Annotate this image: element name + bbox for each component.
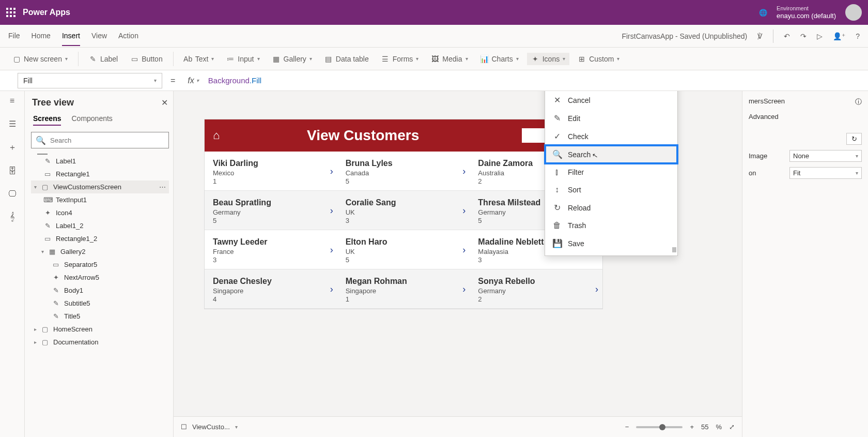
insert-icon[interactable]: ＋ (8, 142, 17, 153)
undo-icon[interactable]: ↶ (784, 32, 790, 40)
property-selector[interactable]: Fill ▾ (18, 73, 162, 88)
insert-text-button[interactable]: Ab Text ▾ (180, 53, 219, 65)
tab-components[interactable]: Components (71, 114, 112, 126)
insert-forms-button[interactable]: ☰ Forms ▾ (377, 53, 423, 65)
environment-picker[interactable]: Environment enayu.com (default) (777, 5, 836, 20)
zoom-slider[interactable] (636, 426, 683, 428)
chevron-right-icon[interactable]: › (462, 205, 466, 216)
dd-item-filter[interactable]: ⫿Filter (545, 163, 677, 181)
dd-item-check[interactable]: ✓Check (545, 127, 677, 145)
tree-item-icon4[interactable]: ✦Icon4 (31, 206, 169, 219)
help-icon[interactable]: ? (856, 32, 860, 40)
insert-datatable-button[interactable]: ▤ Data table (320, 53, 373, 65)
dd-item-cancel[interactable]: ✕Cancel (545, 91, 677, 109)
gallery-cell[interactable]: Elton HaroUK5› (337, 230, 470, 269)
tree-item-nextarrow5[interactable]: ✦NextArrow5 (31, 271, 169, 284)
tree-item-separator5[interactable]: ▭Separator5 (31, 258, 169, 271)
chevron-down-icon[interactable]: ▾ (235, 424, 238, 430)
gallery-cell[interactable]: Denae ChesleySingapore4› (205, 269, 337, 308)
chevron-down-icon[interactable]: ▾ (34, 184, 37, 190)
gallery-cell[interactable]: Tawny LeederFrance3› (205, 230, 337, 269)
hamburger-icon[interactable]: ≡ (10, 96, 14, 106)
gallery-cell[interactable]: Sonya RebelloGermany2› (470, 269, 602, 308)
formula-input[interactable]: Background.Fill (208, 76, 261, 85)
prop-position-select[interactable]: Fit▾ (789, 167, 862, 179)
chevron-right-icon[interactable]: › (330, 205, 333, 216)
insert-icons-button[interactable]: ✦ Icons ▾ (527, 53, 569, 65)
tree-item-rectangle1-2[interactable]: ▭Rectangle1_2 (31, 232, 169, 245)
chevron-right-icon[interactable]: ▸ (34, 326, 37, 332)
chevron-right-icon[interactable]: › (595, 283, 598, 294)
redo-icon[interactable]: ↷ (800, 32, 807, 40)
tree-search[interactable]: 🔍 (31, 132, 169, 148)
tab-screens[interactable]: Screens (33, 114, 61, 126)
insert-gallery-button[interactable]: ▦ Gallery ▾ (268, 53, 316, 65)
data-icon[interactable]: 🗄 (8, 167, 17, 176)
app-checker-icon[interactable]: ℣ (757, 32, 763, 40)
gallery-cell[interactable]: Coralie SangUK3› (337, 191, 470, 230)
app-launcher-icon[interactable] (6, 8, 16, 17)
tree-search-input[interactable] (50, 137, 164, 144)
new-screen-button[interactable]: ▢ New screen ▾ (8, 53, 72, 65)
breadcrumb[interactable]: ViewCusto... (192, 423, 230, 431)
zoom-in-button[interactable]: + (690, 423, 694, 431)
chevron-right-icon[interactable]: › (330, 283, 333, 294)
info-icon[interactable]: ⓘ (855, 97, 862, 107)
dd-item-trash[interactable]: 🗑Trash (545, 217, 677, 234)
tab-advanced[interactable]: Advanced (749, 113, 779, 120)
media-panel-icon[interactable]: 🖵 (8, 189, 17, 199)
gallery-cell[interactable]: Viki DarlingMexico1› (205, 152, 337, 190)
chevron-down-icon[interactable]: ▾ (41, 249, 44, 254)
canvas-preview[interactable]: ⌂ View Customers Viki DarlingMexico1›Bru… (205, 119, 602, 309)
menu-action[interactable]: Action (118, 26, 138, 46)
fit-icon[interactable]: ⤢ (729, 423, 735, 431)
tree-view-icon[interactable]: ☰ (9, 119, 16, 129)
dd-item-edit[interactable]: ✎Edit (545, 109, 677, 127)
chevron-right-icon[interactable]: › (462, 165, 466, 176)
avatar[interactable] (845, 4, 862, 21)
tree-item-rectangle1[interactable]: ▭Rectangle1 (31, 168, 169, 180)
insert-input-button[interactable]: ≔ Input ▾ (222, 53, 264, 65)
chevron-right-icon[interactable]: › (330, 244, 333, 255)
chevron-right-icon[interactable]: ▸ (34, 339, 37, 345)
scrollbar[interactable] (672, 247, 676, 252)
tree-item-viewcustomersscreen[interactable]: ▾▢ViewCustomersScreen⋯ (31, 180, 169, 193)
dd-item-reload[interactable]: ↻Reload (545, 199, 677, 217)
zoom-out-button[interactable]: − (625, 423, 629, 431)
refresh-button[interactable]: ↻ (846, 133, 862, 145)
more-icon[interactable]: ⋯ (159, 183, 167, 191)
tree-item-gallery2[interactable]: ▾▦Gallery2 (31, 245, 169, 258)
menu-file[interactable]: File (8, 26, 20, 46)
fx-label[interactable]: fx▾ (183, 76, 203, 85)
tree-item-title5[interactable]: ✎Title5 (31, 310, 169, 323)
chevron-right-icon[interactable]: › (330, 165, 333, 176)
play-icon[interactable]: ▷ (817, 32, 823, 40)
gallery-cell[interactable]: Megan RohmanSingapore1› (337, 269, 470, 308)
gallery-cell[interactable]: Bruna LylesCanada5› (337, 152, 470, 190)
chevron-right-icon[interactable]: › (462, 244, 466, 255)
menu-home[interactable]: Home (32, 26, 51, 46)
menu-view[interactable]: View (91, 26, 107, 46)
chevron-right-icon[interactable]: › (462, 283, 466, 294)
advanced-tools-icon[interactable]: 𝄞 (10, 212, 14, 221)
tree-item-label1[interactable]: ✎Label1 (31, 155, 169, 168)
insert-custom-button[interactable]: ⊞ Custom ▾ (574, 53, 624, 65)
insert-charts-button[interactable]: 📊 Charts ▾ (476, 53, 523, 65)
tree-item-body1[interactable]: ✎Body1 (31, 284, 169, 297)
tree-item-documentation[interactable]: ▸▢Documentation (31, 336, 169, 349)
tree-item-textinput1[interactable]: ⌨TextInput1 (31, 193, 169, 206)
gallery-cell[interactable]: Beau SpratlingGermany5› (205, 191, 337, 230)
tree-item-homescreen[interactable]: ▸▢HomeScreen (31, 323, 169, 336)
dd-item-sort[interactable]: ↕Sort (545, 181, 677, 199)
dd-item-save[interactable]: 💾Save (545, 234, 677, 252)
tree-item-label1-2[interactable]: ✎Label1_2 (31, 219, 169, 232)
tree-item-subtitle5[interactable]: ✎Subtitle5 (31, 297, 169, 310)
prop-image-select[interactable]: None▾ (789, 150, 862, 162)
checkbox-icon[interactable]: ☐ (181, 423, 187, 431)
insert-media-button[interactable]: 🖼 Media ▾ (427, 53, 472, 65)
insert-label-button[interactable]: ✎ Label (85, 53, 122, 65)
menu-insert[interactable]: Insert (62, 26, 80, 46)
share-icon[interactable]: 👤⁺ (833, 32, 845, 40)
close-icon[interactable]: ✕ (161, 98, 168, 108)
insert-button-button[interactable]: ▭ Button (126, 53, 166, 65)
